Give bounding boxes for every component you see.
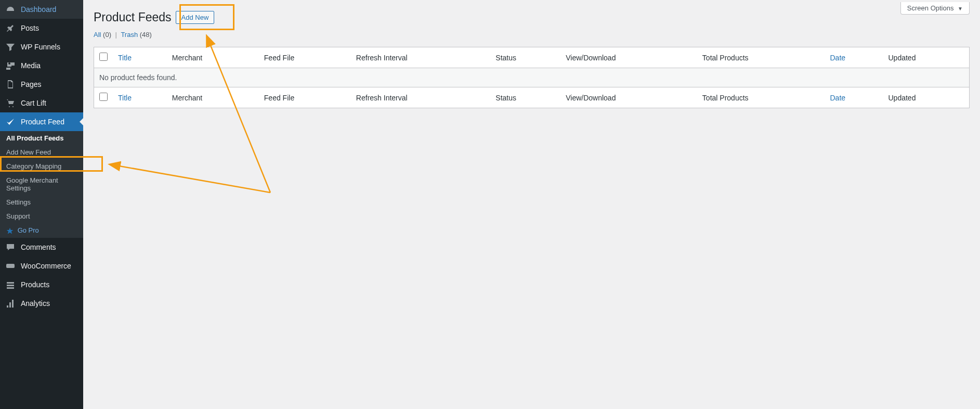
filter-all-label: All	[94, 31, 101, 39]
page-title: Product Feeds	[94, 10, 172, 24]
filter-all-count: (0)	[103, 31, 111, 39]
add-new-button[interactable]: Add New	[176, 11, 215, 24]
col-total-products-footer: Total Products	[697, 87, 825, 108]
filter-links: All (0) | Trash (48)	[94, 31, 970, 39]
caret-down-icon: ▼	[958, 6, 963, 11]
menu-label: Dashboard	[21, 5, 57, 14]
col-feed-file-footer: Feed File	[259, 87, 351, 108]
empty-message: No product feeds found.	[94, 68, 970, 87]
table-header-row: Title Merchant Feed File Refresh Interva…	[94, 47, 970, 68]
menu-item-wpfunnels[interactable]: WP Funnels	[0, 37, 83, 56]
col-status-footer: Status	[490, 87, 560, 108]
menu-label: Pages	[21, 80, 42, 88]
table-footer-row: Title Merchant Feed File Refresh Interva…	[94, 87, 970, 108]
filter-trash-count: (48)	[140, 31, 152, 39]
pages-icon	[5, 79, 16, 90]
menu-item-pages[interactable]: Pages	[0, 75, 83, 94]
col-status: Status	[490, 47, 560, 68]
col-view-download-footer: View/Download	[560, 87, 697, 108]
col-feed-file: Feed File	[259, 47, 351, 68]
filter-all-link[interactable]: All	[94, 31, 101, 39]
col-updated-footer: Updated	[883, 87, 970, 108]
col-merchant-footer: Merchant	[167, 87, 259, 108]
menu-item-posts[interactable]: Posts	[0, 19, 83, 37]
menu-label: Cart Lift	[21, 99, 46, 107]
menu-label: Product Feed	[21, 118, 64, 126]
menu-item-productfeed[interactable]: Product Feed	[0, 112, 83, 129]
filter-trash-label: Trash	[121, 31, 138, 39]
col-refresh-interval: Refresh Interval	[351, 47, 490, 68]
menu-label: WP Funnels	[21, 43, 60, 51]
empty-row: No product feeds found.	[94, 68, 970, 87]
select-all-checkbox-footer[interactable]	[99, 93, 108, 101]
dashboard-icon	[5, 4, 16, 15]
screen-options-label: Screen Options	[907, 4, 954, 12]
media-icon	[5, 60, 16, 71]
filter-sep: |	[115, 31, 117, 39]
col-updated: Updated	[883, 47, 970, 68]
menu-label: Media	[21, 61, 41, 70]
col-refresh-interval-footer: Refresh Interval	[351, 87, 490, 108]
col-view-download: View/Download	[560, 47, 697, 68]
cart-icon	[5, 98, 16, 108]
filter-trash-link[interactable]: Trash	[121, 31, 138, 39]
menu-item-dashboard[interactable]: Dashboard	[0, 0, 83, 19]
menu-item-cartlift[interactable]: Cart Lift	[0, 94, 83, 112]
menu-item-media[interactable]: Media	[0, 56, 83, 75]
col-date-footer[interactable]: Date	[830, 94, 845, 102]
col-total-products: Total Products	[697, 47, 825, 68]
screen-options-button[interactable]: Screen Options ▼	[900, 2, 970, 15]
col-merchant: Merchant	[167, 47, 259, 68]
feed-icon	[5, 117, 16, 127]
product-feeds-table: Title Merchant Feed File Refresh Interva…	[94, 47, 970, 108]
col-date[interactable]: Date	[830, 54, 845, 62]
col-title-footer[interactable]: Title	[118, 94, 132, 102]
pin-icon	[5, 23, 16, 33]
col-title[interactable]: Title	[118, 54, 132, 62]
select-all-checkbox[interactable]	[99, 53, 108, 61]
menu-label: Posts	[21, 24, 39, 32]
funnel-icon	[5, 42, 16, 52]
